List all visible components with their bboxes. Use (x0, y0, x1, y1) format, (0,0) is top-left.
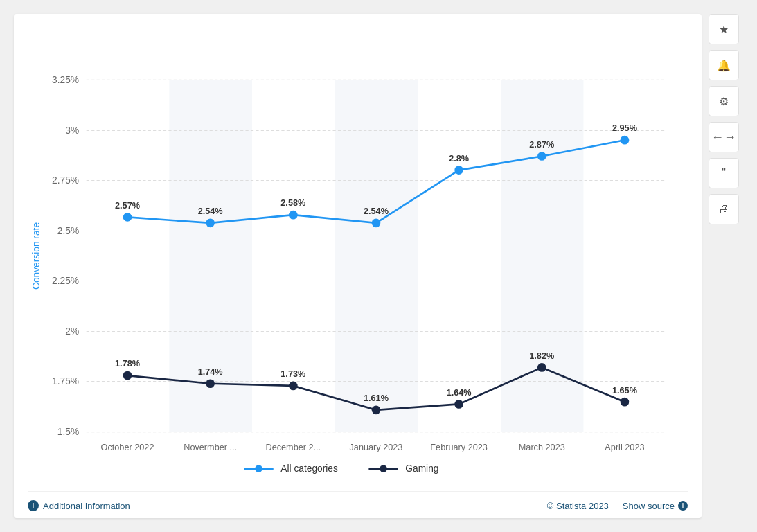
val-ac-6: 2.87% (529, 140, 554, 150)
dot-g-2 (206, 379, 215, 388)
footer-right: © Statista 2023 Show source i (547, 501, 688, 511)
line-chart: 3.25% 3% 2.75% 2.5% 2.25% 2% 1.75% 1.5% … (28, 28, 688, 484)
y-label-7: 3% (65, 125, 79, 136)
dot-ac-3 (289, 211, 298, 220)
legend-g-label: Gaming (405, 463, 438, 474)
dot-g-5 (454, 400, 463, 409)
col-bg-2 (169, 80, 252, 432)
y-label-4: 2.25% (52, 276, 79, 286)
show-source-label: Show source (623, 501, 675, 511)
legend-g-dot (380, 465, 387, 472)
show-source-button[interactable]: Show source i (623, 501, 688, 511)
legend-ac-label: All categories (280, 463, 338, 474)
val-ac-1: 2.57% (115, 201, 140, 211)
val-ac-7: 2.95% (612, 123, 637, 133)
legend-ac-dot (255, 465, 262, 472)
quote-icon: " (722, 167, 726, 179)
chart-area: 3.25% 3% 2.75% 2.5% 2.25% 2% 1.75% 1.5% … (28, 28, 688, 484)
share-button[interactable]: ←→ (709, 122, 739, 152)
dot-g-6 (537, 363, 546, 372)
bell-icon: 🔔 (717, 59, 731, 72)
statista-credit: © Statista 2023 (547, 501, 609, 511)
star-icon: ★ (719, 23, 729, 36)
val-g-6: 1.82% (529, 351, 554, 361)
val-ac-5: 2.8% (449, 154, 469, 163)
chart-card: 3.25% 3% 2.75% 2.5% 2.25% 2% 1.75% 1.5% … (14, 14, 702, 518)
source-info-icon: i (678, 501, 688, 511)
star-button[interactable]: ★ (709, 14, 739, 44)
x-label-7: April 2023 (605, 443, 644, 452)
val-g-3: 1.73% (280, 369, 305, 379)
y-label-8: 3.25% (52, 75, 79, 85)
additional-info-button[interactable]: i Additional Information (28, 500, 130, 511)
dot-g-7 (621, 398, 630, 407)
dot-g-4 (372, 406, 381, 415)
dot-ac-2 (206, 218, 215, 227)
dot-ac-5 (454, 166, 463, 175)
x-label-3: December 2... (265, 443, 321, 452)
info-icon: i (28, 500, 39, 511)
print-icon: 🖨 (718, 203, 729, 215)
val-g-5: 1.64% (447, 388, 472, 398)
val-ac-4: 2.54% (364, 206, 389, 216)
y-label-1: 1.5% (57, 427, 79, 437)
x-label-4: January 2023 (350, 443, 403, 452)
y-label-3: 2% (65, 326, 79, 337)
x-label-5: February 2023 (430, 443, 488, 452)
y-label-5: 2.5% (57, 226, 79, 236)
dot-ac-6 (537, 152, 546, 161)
quote-button[interactable]: " (709, 158, 739, 188)
print-button[interactable]: 🖨 (709, 194, 739, 224)
x-label-6: March 2023 (519, 443, 565, 452)
gear-icon: ⚙ (719, 95, 729, 108)
col-bg-4 (335, 80, 418, 432)
val-g-2: 1.74% (198, 367, 223, 377)
val-g-4: 1.61% (364, 393, 389, 403)
y-axis-title: Conversion rate (31, 222, 42, 290)
sidebar: ★ 🔔 ⚙ ←→ " 🖨 (709, 14, 743, 518)
dot-g-1 (123, 371, 132, 380)
val-ac-2: 2.54% (198, 206, 223, 216)
y-label-2: 1.75% (52, 376, 79, 387)
x-label-1: October 2022 (101, 443, 154, 452)
additional-info-label: Additional Information (43, 501, 130, 511)
val-g-1: 1.78% (115, 359, 140, 369)
x-label-2: Novermber ... (184, 443, 237, 452)
bell-button[interactable]: 🔔 (709, 50, 739, 80)
dot-ac-4 (372, 218, 381, 227)
col-bg-3 (252, 80, 335, 432)
chart-footer: i Additional Information © Statista 2023… (28, 491, 688, 511)
dot-g-3 (289, 382, 298, 391)
dot-ac-7 (621, 136, 630, 145)
dot-ac-1 (123, 213, 132, 222)
val-g-7: 1.65% (612, 386, 637, 396)
y-label-6: 2.75% (52, 175, 79, 186)
val-ac-3: 2.58% (280, 198, 305, 208)
col-bg-5 (418, 80, 501, 432)
settings-button[interactable]: ⚙ (709, 86, 739, 116)
share-icon: ←→ (711, 130, 736, 145)
